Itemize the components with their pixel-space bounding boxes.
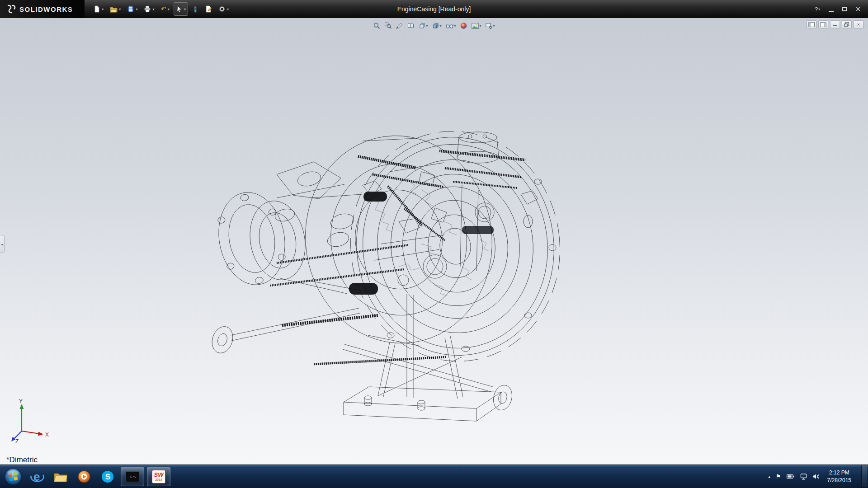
annotation-views-button[interactable] bbox=[406, 20, 415, 31]
options-button[interactable]: ▾ bbox=[216, 2, 231, 16]
scene-image-icon bbox=[472, 23, 479, 29]
chevron-down-icon[interactable]: ▾ bbox=[136, 7, 137, 11]
new-document-button[interactable]: ▾ bbox=[91, 2, 106, 16]
document-minimize-button[interactable] bbox=[830, 20, 840, 28]
minimize-button[interactable] bbox=[825, 4, 837, 14]
chevron-down-icon[interactable]: ▾ bbox=[119, 7, 121, 11]
help-button[interactable]: ? ▾ bbox=[811, 4, 824, 14]
zoom-to-area-icon bbox=[384, 22, 392, 29]
save-icon bbox=[127, 5, 134, 13]
heads-up-view-toolbar: ▾ ▾ ▾ bbox=[372, 20, 496, 31]
taskbar-command-prompt-button[interactable]: C:\ bbox=[121, 467, 144, 486]
featuremanager-collapse-tab[interactable]: ◀ bbox=[0, 235, 5, 253]
window-controls: ? ▾ × bbox=[811, 4, 868, 14]
document-restore-icon bbox=[844, 22, 849, 27]
chevron-left-icon: ◀ bbox=[1, 243, 3, 246]
taskbar-solidworks-button[interactable]: SW 2015 bbox=[147, 467, 170, 486]
speaker-icon bbox=[812, 474, 819, 479]
hide-show-items-button[interactable]: ▾ bbox=[444, 20, 457, 31]
clock[interactable]: 2:12 PM 7/28/2015 bbox=[825, 469, 854, 483]
hide-show-glasses-icon bbox=[445, 23, 453, 29]
undo-icon: ↶ bbox=[160, 5, 166, 13]
restore-icon bbox=[842, 7, 847, 11]
chevron-down-icon[interactable]: ▾ bbox=[168, 7, 170, 11]
new-document-icon bbox=[93, 5, 100, 13]
close-button[interactable]: × bbox=[852, 4, 864, 14]
power-status-button[interactable] bbox=[787, 474, 795, 479]
taskbar-media-player-button[interactable] bbox=[74, 467, 94, 486]
rebuild-icon bbox=[192, 5, 198, 13]
skype-icon: S bbox=[101, 470, 114, 483]
rebuild-button[interactable] bbox=[190, 2, 201, 16]
chevron-down-icon[interactable]: ▾ bbox=[184, 7, 186, 11]
chevron-up-icon: ▴ bbox=[768, 474, 770, 479]
chevron-down-icon[interactable]: ▾ bbox=[152, 7, 154, 11]
view-orientation-label: *Dimetric bbox=[6, 455, 38, 465]
view-orientation-button[interactable]: ▾ bbox=[417, 20, 429, 31]
network-status-button[interactable] bbox=[800, 474, 807, 480]
tray-expand-button[interactable]: ▴ bbox=[768, 474, 770, 479]
left-pane-toggle-button[interactable] bbox=[807, 20, 816, 28]
chevron-down-icon[interactable]: ▾ bbox=[493, 24, 495, 28]
command-prompt-icon: C:\ bbox=[126, 471, 139, 482]
action-center-button[interactable]: ⚑ bbox=[776, 473, 781, 480]
undo-button[interactable]: ↶ ▾ bbox=[158, 2, 172, 16]
show-desktop-button[interactable] bbox=[861, 465, 867, 488]
appearance-ball-icon bbox=[460, 22, 467, 29]
chevron-down-icon[interactable]: ▾ bbox=[454, 24, 456, 28]
save-button[interactable]: ▾ bbox=[125, 2, 140, 16]
start-button[interactable] bbox=[3, 466, 24, 487]
menu-toolbar: ▾ ▾ ▾ bbox=[91, 2, 231, 16]
section-view-icon bbox=[396, 22, 403, 29]
zoom-to-area-button[interactable] bbox=[383, 20, 393, 31]
view-settings-button[interactable]: ▾ bbox=[484, 20, 496, 31]
brand-text: SOLIDWORKS bbox=[19, 5, 73, 13]
system-tray: ▴ ⚑ bbox=[768, 465, 868, 488]
right-pane-toggle-button[interactable] bbox=[818, 20, 828, 28]
section-view-button[interactable] bbox=[394, 20, 404, 31]
display-style-button[interactable]: ▾ bbox=[430, 20, 443, 31]
document-restore-button[interactable] bbox=[842, 20, 852, 28]
taskbar-internet-explorer-button[interactable]: e bbox=[27, 467, 47, 486]
annotation-views-icon bbox=[407, 22, 414, 29]
chevron-down-icon[interactable]: ▾ bbox=[102, 7, 104, 11]
taskbar-explorer-button[interactable] bbox=[50, 467, 71, 486]
solidworks-logo: SOLIDWORKS bbox=[0, 0, 85, 18]
select-arrow-icon bbox=[176, 5, 183, 13]
edit-appearance-button[interactable] bbox=[459, 20, 469, 31]
left-pane-icon bbox=[808, 22, 815, 27]
zoom-to-fit-icon bbox=[373, 22, 380, 29]
folder-icon bbox=[54, 471, 67, 482]
close-icon: × bbox=[855, 5, 861, 13]
chevron-down-icon[interactable]: ▾ bbox=[426, 24, 428, 28]
titlebar: SOLIDWORKS ▾ ▾ bbox=[0, 0, 868, 18]
chevron-down-icon[interactable]: ▾ bbox=[227, 7, 229, 11]
minimize-icon bbox=[829, 11, 834, 12]
document-window-controls: × bbox=[807, 20, 863, 28]
triad-z-label: Z bbox=[15, 438, 19, 444]
media-player-icon bbox=[78, 470, 90, 483]
apply-scene-button[interactable]: ▾ bbox=[470, 20, 483, 31]
graphics-area[interactable]: ▾ ▾ ▾ bbox=[0, 18, 868, 465]
chevron-down-icon[interactable]: ▾ bbox=[439, 24, 441, 28]
open-folder-icon bbox=[110, 6, 118, 13]
volume-button[interactable] bbox=[812, 474, 819, 479]
select-button[interactable]: ▾ bbox=[174, 2, 188, 16]
chevron-down-icon[interactable]: ▾ bbox=[480, 24, 481, 28]
internet-explorer-icon: e bbox=[30, 470, 44, 483]
battery-icon bbox=[787, 474, 795, 479]
print-icon bbox=[144, 5, 151, 13]
document-close-button[interactable]: × bbox=[854, 20, 863, 28]
flag-icon: ⚑ bbox=[776, 473, 781, 480]
document-close-icon: × bbox=[857, 22, 860, 27]
chevron-down-icon: ▾ bbox=[818, 7, 820, 11]
file-properties-button[interactable] bbox=[203, 2, 214, 16]
dassault-logo-icon bbox=[5, 5, 16, 14]
open-button[interactable]: ▾ bbox=[108, 2, 123, 16]
gear-icon bbox=[218, 5, 226, 13]
print-button[interactable]: ▾ bbox=[142, 2, 156, 16]
zoom-to-fit-button[interactable] bbox=[372, 20, 382, 31]
document-title: EngineCasing [Read-only] bbox=[397, 5, 471, 13]
taskbar-skype-button[interactable]: S bbox=[97, 467, 118, 486]
maximize-button[interactable] bbox=[838, 4, 851, 14]
